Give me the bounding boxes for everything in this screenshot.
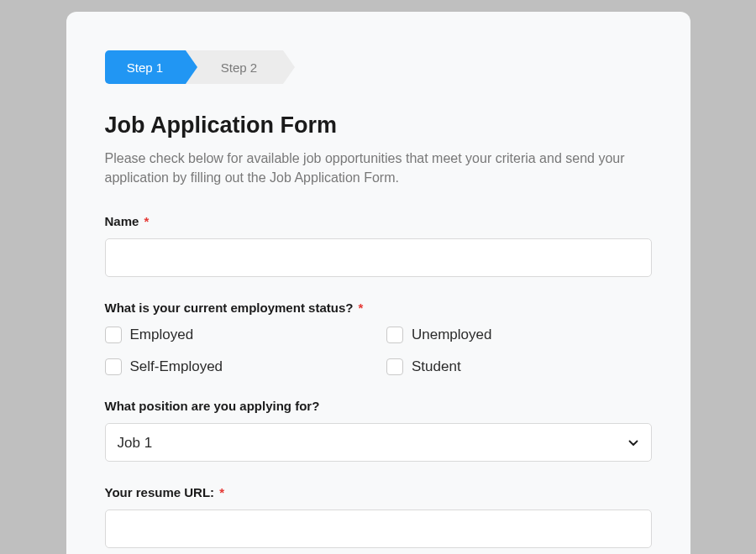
- checkbox-label-self-employed: Self-Employed: [130, 358, 223, 375]
- position-label-text: What position are you applying for?: [105, 399, 320, 413]
- page-title: Job Application Form: [105, 112, 652, 138]
- field-resume-url: Your resume URL: *: [105, 485, 652, 548]
- employment-status-label-text: What is your current employment status?: [105, 301, 354, 315]
- step-1-label: Step 1: [127, 60, 163, 75]
- checkbox-label-unemployed: Unemployed: [412, 327, 491, 343]
- resume-url-label-text: Your resume URL:: [105, 485, 215, 499]
- field-name: Name *: [105, 214, 652, 277]
- checkbox-item-self-employed[interactable]: Self-Employed: [105, 358, 370, 375]
- name-input[interactable]: [105, 238, 652, 277]
- resume-url-input[interactable]: [105, 510, 652, 548]
- employment-checkbox-grid: Employed Unemployed Self-Employed Studen…: [105, 327, 652, 375]
- field-employment-status: What is your current employment status? …: [105, 301, 652, 375]
- form-description: Please check below for available job opp…: [105, 149, 652, 187]
- checkbox-student[interactable]: [386, 358, 403, 375]
- form-container: Step 1 Step 2 Job Application Form Pleas…: [66, 12, 690, 554]
- name-label: Name *: [105, 214, 652, 228]
- name-label-text: Name: [105, 214, 139, 228]
- checkbox-self-employed[interactable]: [105, 358, 122, 375]
- required-asterisk: *: [219, 485, 224, 499]
- step-2[interactable]: Step 2: [186, 50, 283, 84]
- required-asterisk: *: [359, 301, 364, 315]
- checkbox-item-student[interactable]: Student: [386, 358, 652, 375]
- steps-bar: Step 1 Step 2: [105, 50, 652, 84]
- position-select[interactable]: Job 1: [105, 423, 652, 462]
- checkbox-item-employed[interactable]: Employed: [105, 327, 370, 343]
- step-1[interactable]: Step 1: [105, 50, 186, 84]
- field-position: What position are you applying for? Job …: [105, 399, 652, 462]
- step-2-label: Step 2: [221, 60, 257, 75]
- position-label: What position are you applying for?: [105, 399, 652, 413]
- checkbox-unemployed[interactable]: [386, 327, 403, 343]
- employment-status-label: What is your current employment status? …: [105, 301, 652, 315]
- position-select-wrapper: Job 1: [105, 423, 652, 462]
- checkbox-item-unemployed[interactable]: Unemployed: [386, 327, 652, 343]
- resume-url-label: Your resume URL: *: [105, 485, 652, 499]
- checkbox-employed[interactable]: [105, 327, 122, 343]
- required-asterisk: *: [144, 214, 150, 228]
- checkbox-label-student: Student: [412, 358, 461, 375]
- checkbox-label-employed: Employed: [130, 327, 194, 343]
